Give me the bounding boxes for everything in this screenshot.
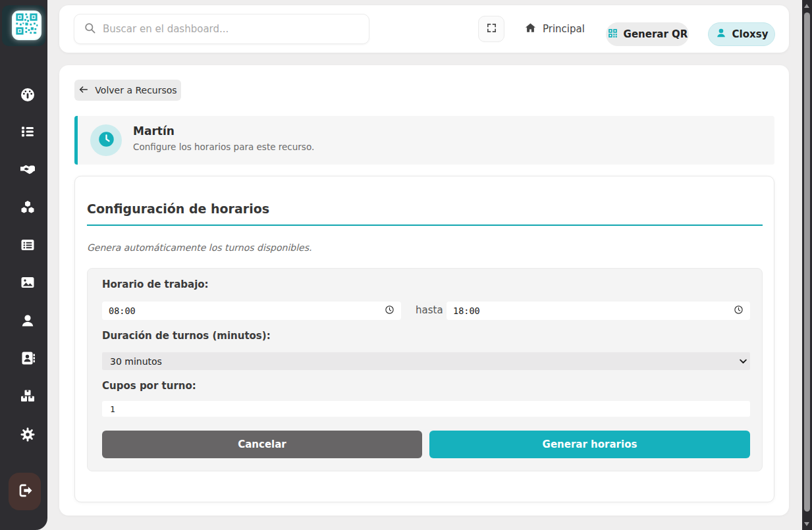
app-logo[interactable] [12, 11, 41, 40]
sidebar-item-inventory[interactable] [20, 388, 36, 404]
main-content: Volver a Recursos Martín Configure los h… [59, 65, 789, 516]
generate-schedules-button[interactable]: Generar horarios [429, 431, 750, 458]
slots-input[interactable] [102, 401, 750, 417]
boxes-icon [20, 388, 36, 404]
scrollbar-thumb[interactable] [804, 13, 810, 512]
heading-underline [87, 225, 763, 226]
handshake-icon [20, 161, 36, 177]
qr-logo-icon [15, 13, 38, 38]
start-time-input[interactable] [109, 305, 385, 316]
list-icon [20, 124, 36, 140]
nav-principal[interactable]: Principal [524, 16, 585, 42]
resource-title: Martín [133, 124, 175, 138]
work-hours-label: Horario de trabajo: [102, 278, 209, 290]
config-heading: Configuración de horarios [87, 201, 269, 216]
sidebar-item-list[interactable] [20, 124, 36, 140]
end-time-field [447, 302, 750, 320]
resource-subtitle: Configure los horarios para este recurso… [133, 142, 314, 152]
schedule-form: Horario de trabajo: hasta Duración de tu… [87, 268, 763, 471]
slots-label: Cupos por turno: [102, 380, 196, 392]
list-card-icon [20, 237, 36, 253]
sidebar [0, 0, 47, 530]
clock-icon [97, 130, 115, 151]
user-menu-label: Cloxsy [732, 28, 769, 40]
logo-block [2, 5, 45, 46]
home-icon [524, 22, 537, 37]
sidebar-item-contacts[interactable] [20, 350, 36, 366]
image-icon [20, 275, 36, 290]
generate-qr-label: Generar QR [624, 28, 688, 40]
cubes-icon [20, 199, 36, 215]
nav-principal-label: Principal [543, 23, 585, 35]
clock-icon[interactable] [385, 305, 394, 317]
top-header: Principal Generar QR Cloxsy [59, 5, 789, 53]
search-icon [84, 22, 96, 37]
resource-banner: Martín Configure los horarios para este … [74, 116, 774, 165]
search-input[interactable] [103, 23, 360, 35]
fullscreen-button[interactable] [478, 16, 504, 42]
user-icon [20, 313, 36, 329]
sidebar-item-modules[interactable] [20, 199, 36, 215]
logout-button[interactable] [9, 473, 41, 510]
generate-qr-button[interactable]: Generar QR [606, 22, 689, 46]
sidebar-item-dashboard[interactable] [20, 86, 36, 102]
back-to-resources-button[interactable]: Volver a Recursos [74, 80, 181, 101]
schedule-config-card: Configuración de horarios Genera automát… [74, 176, 774, 502]
gauge-icon [20, 86, 36, 102]
qr-icon [607, 28, 618, 41]
scroll-down-arrow[interactable] [804, 522, 809, 526]
gear-icon [20, 427, 36, 442]
sidebar-item-partners[interactable] [20, 161, 36, 177]
fullscreen-icon [486, 22, 497, 36]
address-book-icon [20, 350, 36, 366]
dashboard-search [74, 14, 369, 44]
duration-select[interactable]: 30 minutos [102, 352, 750, 370]
user-menu-button[interactable]: Cloxsy [708, 22, 775, 46]
cancel-button[interactable]: Cancelar [102, 431, 422, 458]
sidebar-item-images[interactable] [20, 275, 36, 290]
clock-icon[interactable] [734, 305, 744, 317]
scroll-up-arrow[interactable] [804, 4, 809, 8]
duration-label: Duración de turnos (minutos): [102, 330, 271, 342]
sign-out-icon [16, 482, 34, 502]
back-to-resources-label: Volver a Recursos [95, 85, 176, 95]
until-label: hasta [416, 304, 437, 316]
start-time-field [102, 302, 401, 320]
sidebar-item-users[interactable] [20, 313, 36, 329]
sidebar-item-settings[interactable] [20, 427, 36, 442]
person-icon [715, 27, 727, 41]
resource-badge [90, 124, 122, 156]
arrow-left-icon [78, 84, 89, 97]
config-description: Genera automáticamente los turnos dispon… [87, 242, 311, 253]
end-time-input[interactable] [453, 305, 734, 316]
sidebar-item-records[interactable] [20, 237, 36, 253]
